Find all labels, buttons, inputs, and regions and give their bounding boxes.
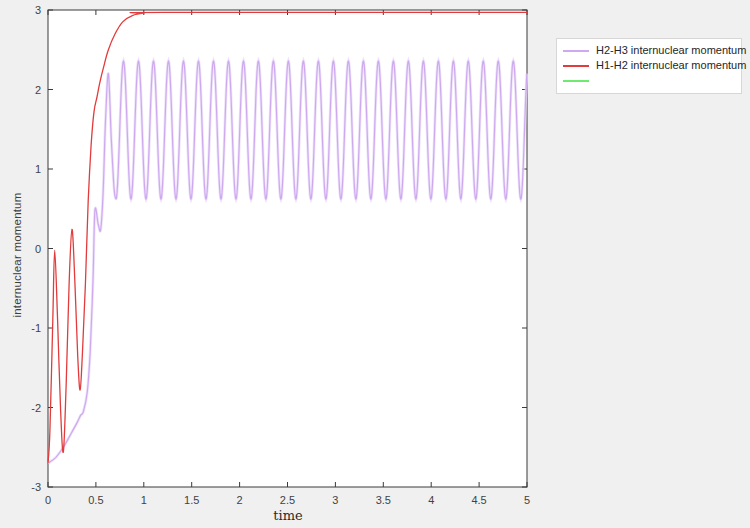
x-tick-label: 2 [237, 494, 243, 506]
x-tick-label: 1 [141, 494, 147, 506]
legend-line-swatch-icon [563, 50, 589, 52]
x-tick-label: 0 [45, 494, 51, 506]
legend-item[interactable]: H2-H3 internuclear momentum [557, 43, 741, 58]
y-tick-label: 1 [35, 163, 41, 175]
x-tick-label: 2.5 [280, 494, 295, 506]
legend: H2-H3 internuclear momentumH1-H2 internu… [556, 38, 742, 94]
y-tick-label: -3 [31, 481, 41, 493]
x-tick-label: 3.5 [376, 494, 391, 506]
x-tick-label: 0.5 [88, 494, 103, 506]
legend-item-label: H2-H3 internuclear momentum [596, 43, 746, 58]
legend-line-swatch-icon [563, 80, 589, 82]
legend-item[interactable]: H1-H2 internuclear momentum [557, 58, 741, 73]
x-tick-label: 5 [524, 494, 530, 506]
x-tick-label: 1.5 [184, 494, 199, 506]
y-tick-label: 3 [35, 4, 41, 16]
y-tick-label: 2 [35, 84, 41, 96]
x-axis-label: time [273, 508, 302, 523]
legend-item-label: H1-H2 internuclear momentum [596, 58, 746, 73]
y-tick-label: -2 [31, 402, 41, 414]
x-tick-label: 3 [332, 494, 338, 506]
figure-window: 00.511.522.533.544.55-3-2-10123 internuc… [0, 0, 750, 528]
legend-item[interactable] [557, 73, 741, 88]
x-tick-label: 4 [428, 494, 434, 506]
y-tick-label: 0 [35, 243, 41, 255]
y-tick-label: -1 [31, 322, 41, 334]
legend-line-swatch-icon [563, 65, 589, 67]
x-tick-label: 4.5 [471, 494, 486, 506]
y-axis-label: internuclear momentum [11, 192, 23, 317]
